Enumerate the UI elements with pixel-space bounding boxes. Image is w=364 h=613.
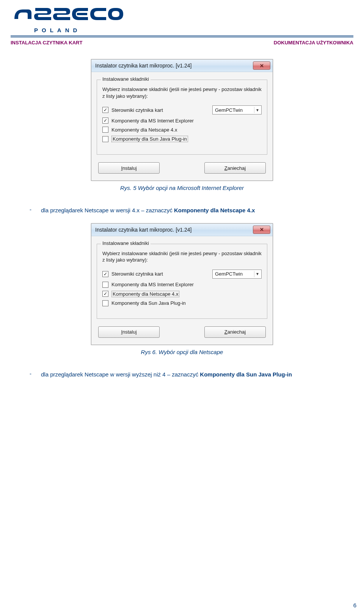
divider-thick [11, 36, 353, 36]
component-row-3: Komponenty dla Sun Java Plug-in [102, 300, 262, 306]
group-title: Instalowane składniki [101, 76, 151, 82]
component-row-2: Komponenty dla Netscape 4.x [102, 127, 262, 133]
checkbox[interactable] [102, 127, 108, 133]
checkbox-label: Sterowniki czytnika kart [111, 271, 163, 277]
installer-dialog-1: Instalator czytnika kart mikroproc. [v1.… [91, 59, 273, 181]
component-row-0: ✓ Sterowniki czytnika kart GemPCTwin ▼ [102, 270, 262, 279]
bullet-sunjava: - dla przeglądarek Netscape w wersji wyż… [30, 370, 334, 379]
component-row-1: ✓ Komponenty dla MS Internet Explorer [102, 118, 262, 124]
checkbox[interactable]: ✓ [102, 271, 108, 277]
close-icon: ✕ [260, 63, 264, 68]
reader-combo[interactable]: GemPCTwin ▼ [212, 270, 262, 279]
components-group: Instalowane składniki Wybierz instalowan… [97, 244, 267, 319]
header-right: DOKUMENTACJA UŻYTKOWNIKA [274, 40, 353, 45]
checkbox-label: Komponenty dla MS Internet Explorer [111, 118, 194, 124]
cancel-button[interactable]: Zaniechaj [204, 326, 266, 338]
asseco-logo [13, 6, 123, 25]
checkbox-label: Komponenty dla Netscape 4.x [111, 291, 179, 297]
bullet-netscape4: - dla przeglądarek Netscape w wersji 4.x… [30, 206, 334, 215]
combo-value: GemPCTwin [215, 107, 243, 113]
logo-area: POLAND [4, 4, 360, 33]
install-button[interactable]: Instaluj [98, 162, 160, 174]
chevron-down-icon: ▼ [254, 107, 260, 113]
figure-caption-6: Rys 6. Wybór opcji dla Netscape [30, 349, 334, 355]
close-icon: ✕ [260, 227, 264, 232]
checkbox[interactable]: ✓ [102, 118, 108, 124]
combo-value: GemPCTwin [215, 271, 243, 277]
chevron-down-icon: ▼ [254, 271, 260, 277]
installer-dialog-2: Instalator czytnika kart mikroproc. [v1.… [91, 223, 273, 345]
component-row-3: Komponenty dla Sun Java Plug-in [102, 136, 262, 142]
logo-subtitle: POLAND [34, 27, 360, 33]
install-button[interactable]: Instaluj [98, 326, 160, 338]
close-button[interactable]: ✕ [253, 226, 270, 234]
checkbox[interactable] [102, 282, 108, 288]
component-row-0: ✓ Sterowniki czytnika kart GemPCTwin ▼ [102, 105, 262, 114]
checkbox-label: Sterowniki czytnika kart [111, 107, 163, 113]
reader-combo[interactable]: GemPCTwin ▼ [212, 105, 262, 114]
header-left: INSTALACJA CZYTNIKA KART [11, 40, 82, 45]
divider-thin [11, 37, 353, 38]
components-group: Instalowane składniki Wybierz instalowan… [97, 80, 267, 155]
dialog-title: Instalator czytnika kart mikroproc. [v1.… [95, 63, 191, 69]
checkbox-label: Komponenty dla MS Internet Explorer [111, 282, 194, 287]
group-description: Wybierz instalowane składniki (jeśli nie… [102, 250, 262, 263]
close-button[interactable]: ✕ [253, 61, 270, 70]
group-description: Wybierz instalowane składniki (jeśli nie… [102, 86, 262, 99]
page-number: 6 [353, 602, 356, 608]
checkbox[interactable] [102, 300, 108, 306]
cancel-button[interactable]: Zaniechaj [204, 162, 266, 174]
group-title: Instalowane składniki [101, 240, 151, 246]
dialog-title: Instalator czytnika kart mikroproc. [v1.… [95, 227, 191, 233]
checkbox-label: Komponenty dla Netscape 4.x [111, 127, 177, 133]
component-row-1: Komponenty dla MS Internet Explorer [102, 282, 262, 288]
checkbox-label: Komponenty dla Sun Java Plug-in [111, 300, 186, 306]
figure-caption-5: Rys. 5 Wybór opcji na Microsoft Internet… [30, 185, 334, 191]
checkbox-label: Komponenty dla Sun Java Plug-in [111, 136, 188, 142]
page-header-row: INSTALACJA CZYTNIKA KART DOKUMENTACJA UŻ… [4, 40, 360, 48]
checkbox[interactable] [102, 136, 108, 142]
dialog-titlebar: Instalator czytnika kart mikroproc. [v1.… [91, 60, 273, 72]
dialog-titlebar: Instalator czytnika kart mikroproc. [v1.… [91, 224, 273, 236]
checkbox[interactable]: ✓ [102, 107, 108, 113]
component-row-2: ✓ Komponenty dla Netscape 4.x [102, 291, 262, 297]
checkbox[interactable]: ✓ [102, 291, 108, 297]
